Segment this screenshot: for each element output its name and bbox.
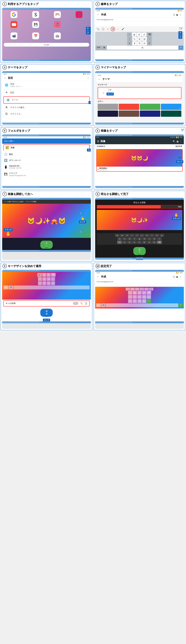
final-icon-1[interactable]: 📎 (173, 276, 175, 278)
app-google[interactable]: Google (4, 11, 24, 20)
color-swatch-8[interactable] (161, 110, 181, 117)
key-a[interactable]: あ (132, 32, 137, 37)
fk-a[interactable]: あ (133, 291, 137, 295)
compose-icon-3[interactable]: ⋮ (180, 14, 182, 16)
fk-emoji2[interactable]: ☺ (128, 299, 132, 303)
fk-sa[interactable]: さ (142, 291, 146, 295)
app-playmusic[interactable]: 🎵 Play Music (47, 21, 68, 30)
fk-mic[interactable]: 🔍 (126, 288, 130, 290)
fk-space[interactable] (106, 303, 178, 307)
fk-left[interactable]: ← (128, 291, 132, 295)
dk-w[interactable]: w (120, 234, 125, 237)
key-wa[interactable]: わ (142, 41, 147, 45)
key-sa[interactable]: さ (142, 32, 147, 37)
gallery-grid-icon[interactable]: ▦ (177, 140, 179, 143)
toggle-switch-outer[interactable] (73, 302, 78, 305)
fk-ya[interactable]: や (137, 299, 142, 303)
file-item-recent[interactable]: 🕐 最近 (2, 151, 91, 158)
tool-icon-more[interactable]: ⋯ (116, 27, 120, 31)
key-return[interactable]: ↵ (179, 46, 183, 50)
dk-f[interactable]: f (132, 237, 137, 240)
edit-icon[interactable]: ✏️ (80, 302, 83, 304)
kd-ha[interactable]: は (47, 277, 51, 281)
key-ya[interactable]: や (137, 41, 142, 45)
tool-icon-mic[interactable]: 🎤 (121, 27, 125, 31)
gallery-sort[interactable]: 最終変更 (176, 145, 182, 148)
fk-wa[interactable]: わ (142, 299, 146, 303)
dk-b[interactable]: b (142, 241, 147, 244)
app-gmail[interactable]: Gmail (47, 11, 68, 20)
file-item-images[interactable]: 🖼️ 画像 (3, 144, 90, 151)
app-duo[interactable]: 📹 Duo (4, 32, 24, 42)
tool-icon-gear[interactable]: ⚙️ (111, 27, 115, 31)
back-arrow-4[interactable]: ← (98, 78, 101, 81)
back-arrow-10[interactable]: ← (97, 275, 100, 278)
tool-icon-search[interactable]: 🔍 (96, 27, 100, 31)
dk-d[interactable]: d (127, 237, 132, 240)
key-right[interactable]: › (147, 37, 152, 41)
settings-item-glide[interactable]: G グライド入... (2, 111, 91, 117)
tool-icon-clipboard[interactable]: 📋 (101, 27, 105, 31)
gallery-search-icon[interactable]: 🔍 (173, 140, 175, 143)
dk-p[interactable]: p (160, 234, 164, 237)
dk-u[interactable]: u (145, 234, 149, 237)
kd-a1[interactable]: あa1 (3, 286, 8, 290)
fk-del[interactable]: ⌫ (147, 291, 151, 295)
dk-c[interactable]: c (132, 241, 137, 244)
dk-o[interactable]: o (155, 234, 159, 237)
fk-ka[interactable]: か (137, 291, 142, 295)
compose-icon-1[interactable]: 📎 (173, 14, 175, 16)
app-youtube[interactable]: YouTube (4, 21, 24, 30)
my-theme-box[interactable]: + ☞ タップ (98, 87, 181, 99)
key-ka[interactable]: か (137, 32, 142, 37)
dk-a[interactable]: a (117, 237, 122, 240)
kd-globe2[interactable]: 🌐 (9, 286, 13, 290)
fk-mic-tb[interactable]: 🎤 (149, 288, 153, 290)
gallery-filter[interactable]: 全画像表示 (97, 145, 105, 148)
dk-s[interactable]: s (122, 237, 127, 240)
kd-wa2[interactable]: わ (47, 281, 51, 285)
fk-clipboard[interactable]: 📋 (130, 288, 135, 290)
key-globe[interactable]: ⊕ (102, 46, 107, 50)
file-item-gdrive[interactable]: 💾 ドライブ shigotochou@gmail.com (2, 171, 91, 178)
tool-icon-emoticon[interactable]: ☺ (106, 27, 110, 31)
color-swatch-3[interactable] (140, 104, 160, 110)
settings-item-config[interactable]: ≡ 設定 (2, 89, 91, 96)
settings-item-text[interactable]: A テキストの修正... (2, 104, 91, 111)
dk-q[interactable]: q (115, 234, 120, 237)
dk-v[interactable]: v (137, 241, 142, 244)
fk-return[interactable]: ↵ (179, 303, 183, 307)
settings-item-theme[interactable]: ⚙️ テーマ (3, 96, 90, 104)
trash-icon[interactable]: 🗑️ (85, 302, 87, 304)
key-ma[interactable]: ま (132, 41, 137, 45)
key-enter[interactable]: ↵ (147, 41, 152, 45)
key-ha[interactable]: は (142, 37, 147, 41)
key-emoji[interactable]: ☺ (127, 41, 132, 45)
dk-r[interactable]: r (130, 234, 134, 237)
color-swatch-2[interactable] (119, 104, 139, 110)
dk-e[interactable]: e (125, 234, 129, 237)
dk-shift[interactable]: ⇧ (117, 241, 122, 244)
settings-item-language[interactable]: 🌐 言語 日本語（12 キー） (2, 81, 91, 89)
fk-ta[interactable]: た (133, 295, 137, 299)
color-swatch-5[interactable] (98, 110, 118, 117)
dk-l[interactable]: l (157, 237, 162, 240)
kd-arrow2[interactable]: › (51, 277, 55, 281)
app-chrome[interactable]: Chrome (25, 11, 46, 20)
app-assistant[interactable]: 🤖 アシスタ... (47, 32, 68, 42)
color-swatch-4[interactable]: ✓ (161, 104, 181, 110)
gallery-image-box[interactable]: 🐱🐱🌙 ■ MOSHING... 2.60 MB 10... (96, 149, 183, 172)
key-left-arrow[interactable]: ← (127, 32, 132, 37)
key-a1[interactable]: あa1 (96, 46, 102, 50)
kd-ka[interactable]: か (42, 273, 46, 277)
kd-space[interactable] (14, 286, 90, 290)
fk-right2[interactable]: › (147, 295, 151, 299)
key-na[interactable]: な (137, 37, 142, 41)
settings-more-icon[interactable]: ⋮ (87, 76, 89, 80)
key-del[interactable]: ⌫ (147, 32, 152, 37)
fk-globe[interactable]: 🌐 (101, 303, 106, 307)
color-swatch-7[interactable] (140, 110, 160, 117)
dk-h[interactable]: h (142, 237, 147, 240)
final-icon-3[interactable]: ⋮ (180, 276, 182, 278)
google-search-bar[interactable]: Google (4, 43, 89, 46)
